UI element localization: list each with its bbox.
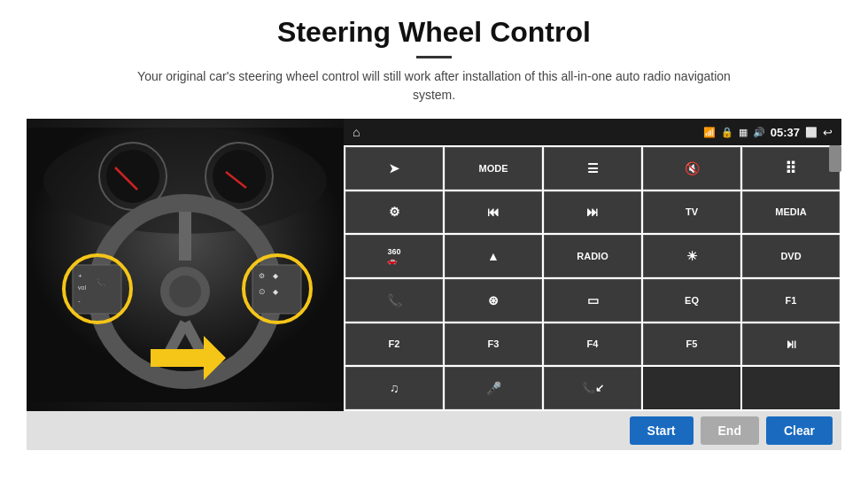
topbar-right: 📶 🔒 ▦ 🔊 05:37 ⬜ ↩ (703, 126, 833, 139)
btn-360[interactable]: 360🚗 (345, 235, 443, 277)
control-panel: ⌂ 📶 🔒 ▦ 🔊 05:37 ⬜ ↩ ➤ (344, 119, 841, 411)
svg-text:📞: 📞 (96, 277, 106, 288)
empty-cell-1 (643, 367, 740, 409)
home-icon: ⌂ (353, 125, 360, 139)
music-icon: ♫ (390, 381, 399, 395)
back-icon: ↩ (823, 126, 833, 139)
svg-text:⚙: ⚙ (259, 272, 265, 280)
svg-text:◆: ◆ (273, 288, 279, 296)
btn-media[interactable]: MEDIA (742, 191, 840, 234)
prev-icon: ⏮ (487, 205, 500, 219)
btn-eject[interactable]: ▲ (445, 235, 542, 277)
eject-icon: ▲ (487, 249, 500, 263)
btn-call-end[interactable]: 📞↙ (544, 367, 641, 409)
svg-point-3 (106, 150, 159, 203)
play-pause-icon: ⏯ (785, 337, 797, 351)
control-button-grid: ➤ MODE ☰ 🔇 ⠿ ⚙ ⏮ (344, 145, 841, 411)
btn-apps[interactable]: ⠿ (742, 147, 840, 190)
lock-icon: 🔒 (721, 127, 733, 138)
settings-circle-icon: ⚙ (389, 205, 400, 219)
btn-f1[interactable]: F1 (742, 279, 840, 322)
panel-topbar: ⌂ 📶 🔒 ▦ 🔊 05:37 ⬜ ↩ (344, 119, 841, 145)
svg-text:-: - (78, 297, 81, 305)
f2-label: F2 (389, 338, 400, 349)
btn-f2[interactable]: F2 (345, 323, 443, 366)
f1-label: F1 (786, 295, 797, 306)
btn-prev[interactable]: ⏮ (445, 191, 542, 234)
radio-label: RADIO (577, 251, 608, 261)
page-container: Steering Wheel Control Your original car… (0, 0, 868, 482)
clear-button[interactable]: Clear (766, 416, 833, 445)
btn-mic[interactable]: 🎤 (445, 367, 542, 409)
end-button[interactable]: End (701, 416, 759, 445)
title-divider (416, 56, 452, 58)
call-end-icon: 📞↙ (582, 382, 604, 394)
mode-label: MODE (479, 163, 508, 174)
f3-label: F3 (488, 338, 500, 349)
f4-label: F4 (587, 338, 599, 349)
wifi-icon: 📶 (703, 127, 716, 138)
btn-f3[interactable]: F3 (445, 323, 542, 366)
page-title: Steering Wheel Control (277, 16, 591, 49)
btn-settings-circle[interactable]: ⚙ (345, 191, 443, 234)
empty-cell-2 (742, 367, 840, 409)
content-area: + vol - 📞 ⚙ ◆ ⊙ ◆ (27, 119, 841, 411)
scroll-handle[interactable] (829, 145, 841, 172)
eq-label: EQ (685, 295, 699, 306)
sd-icon: ▦ (739, 127, 748, 138)
btn-phone[interactable]: 📞 (345, 279, 443, 322)
screen-icon: ⬜ (805, 127, 818, 138)
svg-text:◆: ◆ (273, 272, 279, 280)
mic-icon: 🎤 (486, 381, 501, 395)
svg-text:⊙: ⊙ (259, 287, 266, 296)
menu-icon: ☰ (587, 161, 599, 175)
mute-icon: 🔇 (685, 161, 700, 175)
btn-mode[interactable]: MODE (445, 147, 542, 190)
btn-navigate[interactable]: ➤ (345, 147, 443, 190)
svg-point-5 (213, 150, 266, 203)
btn-f5[interactable]: F5 (643, 323, 740, 366)
btn-eq[interactable]: EQ (643, 279, 740, 322)
page-subtitle: Your original car's steering wheel contr… (124, 67, 744, 105)
bt-icon: 🔊 (753, 127, 765, 138)
dvd-label: DVD (780, 251, 801, 261)
media-label: MEDIA (775, 206, 806, 217)
phone-icon: 📞 (387, 293, 402, 307)
btn-radio[interactable]: RADIO (544, 235, 641, 277)
btn-music[interactable]: ♫ (345, 367, 443, 409)
next-icon: ⏭ (586, 205, 599, 219)
btn-screen[interactable]: ▭ (544, 279, 641, 322)
svg-text:vol: vol (78, 284, 86, 291)
f5-label: F5 (686, 338, 698, 349)
360-icon: 360🚗 (387, 247, 400, 265)
btn-play-pause[interactable]: ⏯ (742, 323, 840, 366)
btn-next[interactable]: ⏭ (544, 191, 641, 234)
topbar-left: ⌂ (353, 125, 360, 139)
btn-menu[interactable]: ☰ (544, 147, 641, 190)
svg-point-11 (169, 276, 201, 307)
btn-nav[interactable]: ⊛ (445, 279, 542, 322)
btn-f4[interactable]: F4 (544, 323, 641, 366)
start-button[interactable]: Start (630, 416, 694, 445)
screen-ctrl-icon: ▭ (587, 293, 599, 307)
btn-brightness[interactable]: ☀ (643, 235, 740, 277)
time-display: 05:37 (771, 126, 800, 139)
svg-text:+: + (78, 272, 82, 280)
car-background: + vol - 📞 ⚙ ◆ ⊙ ◆ (27, 119, 344, 411)
navigate-icon: ➤ (389, 161, 399, 175)
btn-mute[interactable]: 🔇 (643, 147, 740, 190)
steering-wheel-svg: + vol - 📞 ⚙ ◆ ⊙ ◆ (27, 128, 344, 402)
car-image: + vol - 📞 ⚙ ◆ ⊙ ◆ (27, 119, 344, 411)
nav-icon: ⊛ (488, 293, 499, 307)
apps-icon: ⠿ (785, 159, 797, 178)
brightness-icon: ☀ (686, 249, 698, 263)
btn-dvd[interactable]: DVD (742, 235, 840, 277)
btn-tv[interactable]: TV (643, 191, 740, 234)
tv-label: TV (686, 206, 698, 217)
